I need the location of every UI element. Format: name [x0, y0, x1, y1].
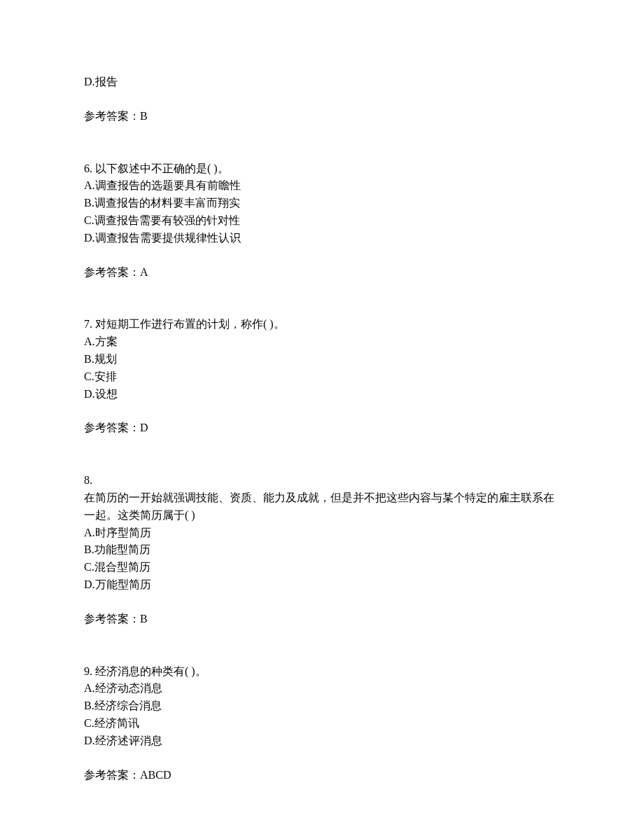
q8-stem: 在简历的一开始就强调技能、资质、能力及成就，但是并不把这些内容与某个特定的雇主联…	[84, 489, 560, 524]
q8-option-b: B.功能型简历	[84, 541, 560, 559]
q9-option-d: D.经济述评消息	[84, 732, 560, 750]
q8-answer: 参考答案：B	[84, 611, 560, 628]
q7-option-c: C.安排	[84, 368, 560, 386]
q6-option-b: B.调查报告的材料要丰富而翔实	[84, 195, 560, 212]
q9-answer: 参考答案：ABCD	[84, 767, 560, 784]
q7-answer: 参考答案：D	[84, 419, 560, 437]
q9-option-c: C.经济简讯	[84, 715, 560, 732]
q6-answer: 参考答案：A	[84, 264, 560, 282]
q7-stem: 7. 对短期工作进行布置的计划，称作( )。	[84, 316, 560, 333]
q7-option-a: A.方案	[84, 333, 560, 351]
q9-stem: 9. 经济消息的种类有( )。	[84, 663, 560, 681]
q9-option-a: A.经济动态消息	[84, 680, 560, 697]
q8-number: 8.	[84, 472, 560, 489]
q6-stem: 6. 以下叙述中不正确的是( )。	[84, 160, 560, 178]
q6-option-a: A.调查报告的选题要具有前瞻性	[84, 177, 560, 195]
q8-option-c: C.混合型简历	[84, 559, 560, 576]
q6-option-d: D.调查报告需要提供规律性认识	[84, 230, 560, 247]
q8-option-d: D.万能型简历	[84, 576, 560, 594]
q7-option-d: D.设想	[84, 386, 560, 403]
q7-option-b: B.规划	[84, 351, 560, 368]
q8-option-a: A.时序型简历	[84, 524, 560, 542]
q9-option-b: B.经济综合消息	[84, 697, 560, 715]
q5-option-d: D.报告	[84, 74, 560, 91]
q6-option-c: C.调查报告需要有较强的针对性	[84, 212, 560, 230]
q5-answer: 参考答案：B	[84, 108, 560, 125]
